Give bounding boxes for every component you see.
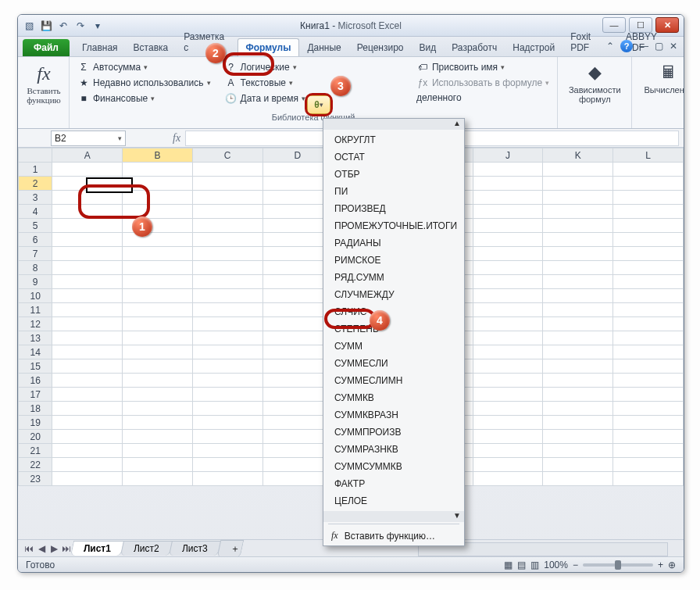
row-header[interactable]: 2 bbox=[19, 177, 52, 191]
row-header[interactable]: 9 bbox=[19, 275, 52, 289]
dropdown-item[interactable]: СУММПРОИЗВ bbox=[323, 424, 464, 441]
view-pagelayout-icon[interactable]: ▤ bbox=[517, 560, 526, 570]
calculation-button[interactable]: 🖩 Вычисление bbox=[638, 60, 684, 95]
column-header[interactable]: C bbox=[192, 148, 262, 163]
tab-home[interactable]: Главная bbox=[74, 39, 126, 56]
cell[interactable] bbox=[543, 317, 613, 331]
cell[interactable] bbox=[543, 416, 613, 430]
cell[interactable] bbox=[613, 402, 684, 416]
cell[interactable] bbox=[52, 275, 123, 289]
cell[interactable] bbox=[123, 444, 193, 458]
cell[interactable] bbox=[543, 163, 613, 177]
sheet-tab-2[interactable]: Лист2 bbox=[120, 541, 173, 556]
cell[interactable] bbox=[613, 303, 684, 317]
row-header[interactable]: 6 bbox=[19, 233, 52, 247]
cell[interactable] bbox=[543, 177, 613, 191]
cell[interactable] bbox=[52, 430, 123, 444]
cell[interactable] bbox=[613, 219, 684, 233]
cell[interactable] bbox=[123, 430, 193, 444]
cell[interactable] bbox=[543, 430, 613, 444]
cell[interactable] bbox=[123, 402, 193, 416]
column-header[interactable]: B bbox=[123, 148, 193, 163]
cell[interactable] bbox=[52, 317, 123, 331]
cell[interactable] bbox=[473, 388, 543, 402]
cell[interactable] bbox=[613, 163, 684, 177]
cell[interactable] bbox=[52, 233, 123, 247]
cell[interactable] bbox=[473, 177, 543, 191]
cell[interactable] bbox=[543, 303, 613, 317]
cell[interactable] bbox=[473, 205, 543, 219]
cell[interactable] bbox=[473, 261, 543, 275]
cell[interactable] bbox=[613, 261, 684, 275]
cell[interactable] bbox=[473, 303, 543, 317]
tab-data[interactable]: Данные bbox=[299, 39, 348, 56]
cell[interactable] bbox=[473, 163, 543, 177]
cell[interactable] bbox=[543, 331, 613, 345]
cell[interactable] bbox=[473, 430, 543, 444]
cell[interactable] bbox=[52, 247, 123, 261]
cell[interactable] bbox=[52, 458, 123, 472]
dropdown-item[interactable]: СУММЕСЛИМН bbox=[323, 372, 464, 389]
math-trig-button[interactable]: θ▾ bbox=[307, 95, 330, 114]
cell[interactable] bbox=[123, 303, 193, 317]
cell[interactable] bbox=[52, 303, 123, 317]
cell[interactable] bbox=[52, 289, 123, 303]
cell[interactable] bbox=[52, 444, 123, 458]
view-pagebreak-icon[interactable]: ▥ bbox=[530, 560, 539, 570]
cell[interactable] bbox=[473, 359, 543, 374]
cell[interactable] bbox=[543, 402, 613, 416]
cell[interactable] bbox=[192, 261, 262, 275]
assign-name-button[interactable]: 🏷 Присвоить имя▾ bbox=[415, 60, 551, 74]
cell[interactable] bbox=[613, 472, 684, 486]
cell[interactable] bbox=[543, 191, 613, 205]
column-header[interactable]: K bbox=[543, 148, 613, 163]
tab-insert[interactable]: Вставка bbox=[126, 39, 177, 56]
cell[interactable] bbox=[613, 247, 684, 261]
cell[interactable] bbox=[192, 303, 262, 317]
from-selection-button[interactable]: деленного bbox=[415, 91, 551, 104]
recent-functions-button[interactable]: ★ Недавно использовались▾ bbox=[76, 76, 212, 90]
tab-layout[interactable]: Разметка с bbox=[176, 28, 237, 56]
minimize-ribbon-icon[interactable]: ⌃ bbox=[606, 41, 614, 52]
cell[interactable] bbox=[543, 472, 613, 486]
cell[interactable] bbox=[543, 247, 613, 261]
cell[interactable] bbox=[192, 289, 262, 303]
zoom-slider[interactable] bbox=[583, 563, 653, 567]
cell[interactable] bbox=[123, 416, 193, 430]
row-header[interactable]: 16 bbox=[19, 374, 52, 388]
dropdown-item[interactable]: ЦЕЛОЕ bbox=[323, 492, 464, 510]
file-tab[interactable]: Файл bbox=[23, 39, 70, 56]
cell[interactable] bbox=[192, 177, 262, 191]
cell[interactable] bbox=[473, 247, 543, 261]
datetime-button[interactable]: 🕒 Дата и время▾ bbox=[223, 91, 307, 105]
cell[interactable] bbox=[123, 191, 193, 205]
row-header[interactable]: 13 bbox=[19, 331, 52, 345]
dropdown-item[interactable]: СУММКВРАЗН bbox=[323, 406, 464, 424]
row-header[interactable]: 3 bbox=[19, 191, 52, 205]
dropdown-item[interactable]: ФАКТР bbox=[323, 475, 464, 492]
cell[interactable] bbox=[192, 163, 262, 177]
cell[interactable] bbox=[192, 331, 262, 345]
dropdown-item[interactable]: СУММКВ bbox=[323, 389, 464, 406]
cell[interactable] bbox=[473, 444, 543, 458]
dropdown-item[interactable]: ПРОМЕЖУТОЧНЫЕ.ИТОГИ bbox=[323, 217, 464, 234]
autosum-button[interactable]: Σ Автосумма▾ bbox=[76, 60, 212, 74]
cell[interactable] bbox=[543, 345, 613, 359]
cell[interactable] bbox=[52, 219, 123, 233]
cell[interactable] bbox=[613, 359, 684, 374]
dropdown-item[interactable]: ПРОИЗВЕД bbox=[323, 200, 464, 217]
row-header[interactable]: 22 bbox=[19, 458, 52, 472]
row-header[interactable]: 17 bbox=[19, 388, 52, 402]
cell[interactable] bbox=[543, 205, 613, 219]
row-header[interactable]: 15 bbox=[19, 359, 52, 374]
cell[interactable] bbox=[613, 374, 684, 388]
dropdown-item[interactable]: ОКРУГЛТ bbox=[323, 131, 464, 148]
zoom-handle-icon[interactable]: ⊕ bbox=[668, 560, 676, 570]
cell[interactable] bbox=[192, 416, 262, 430]
row-header[interactable]: 18 bbox=[19, 402, 52, 416]
new-sheet-button[interactable]: ＋ bbox=[216, 540, 244, 557]
cell[interactable] bbox=[613, 388, 684, 402]
insert-function-menu-item[interactable]: fx Вставить функцию… bbox=[323, 526, 464, 545]
tab-addins[interactable]: Надстрой bbox=[505, 39, 562, 56]
row-header[interactable]: 20 bbox=[19, 430, 52, 444]
